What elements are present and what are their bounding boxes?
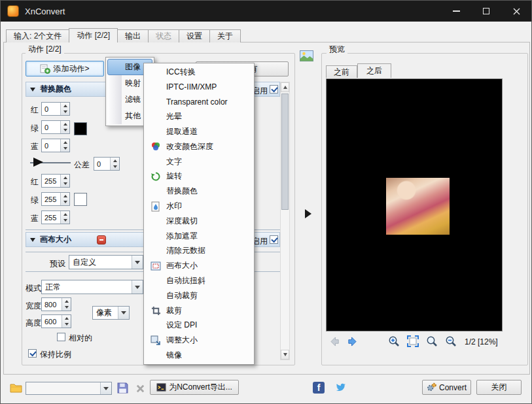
combo-dropdown-button[interactable] [132, 280, 143, 294]
previous-image-button[interactable] [328, 335, 342, 347]
color-swatch-source[interactable] [74, 122, 87, 135]
menu-item-label: 图像 [125, 61, 141, 73]
collapse-icon[interactable] [30, 238, 35, 242]
blue2-spinner[interactable]: 255 [41, 210, 70, 224]
enable-checkbox[interactable] [270, 85, 278, 93]
tab-input[interactable]: 输入: 2个文件 [6, 29, 69, 42]
submenu-item-label: 清除元数据 [166, 245, 205, 256]
script-combobox[interactable] [26, 382, 112, 395]
color-swatch-target[interactable] [74, 193, 87, 206]
green2-spinner[interactable]: 255 [41, 192, 70, 206]
submenu-item-canvas-size[interactable]: 画布大小 [145, 258, 253, 273]
spin-buttons[interactable] [60, 103, 69, 115]
submenu-item-crop[interactable]: 裁剪 [145, 303, 253, 318]
submenu-item-auto-deskew[interactable]: 自动抗扭斜 [145, 273, 253, 288]
red1-spinner[interactable]: 0 [41, 102, 70, 116]
close-button[interactable] [501, 1, 531, 22]
maximize-button[interactable] [471, 1, 501, 22]
submenu-item-replace-color[interactable]: 替换颜色 [145, 184, 253, 199]
zoom-in-button[interactable] [387, 335, 400, 348]
green2-label: 绿 [31, 195, 39, 206]
convert-button[interactable]: Convert [422, 380, 471, 395]
combo-dropdown-button[interactable] [132, 256, 143, 269]
combo-dropdown-button[interactable] [100, 382, 111, 394]
height-spinner[interactable]: 600 [41, 314, 71, 328]
tab-before[interactable]: 之前 [326, 65, 357, 78]
delete-x-icon [135, 384, 145, 394]
tab-actions[interactable]: 动作 [2/2] [69, 28, 118, 42]
twitter-icon[interactable] [333, 381, 347, 394]
unit-combobox[interactable]: 像素 [92, 306, 130, 320]
submenu-item-iptc[interactable]: IPTC-IIM/XMP [145, 80, 253, 95]
submenu-item-transparent-color[interactable]: Transparent color [145, 95, 253, 110]
submenu-item-extract-channel[interactable]: 提取通道 [145, 124, 253, 139]
spin-buttons[interactable] [110, 158, 119, 170]
submenu-item-clean-metadata[interactable]: 清除元数据 [145, 244, 253, 259]
actions-scrollbar[interactable] [280, 82, 290, 360]
spin-buttons[interactable] [60, 193, 69, 205]
tab-about[interactable]: 关于 [209, 29, 241, 42]
facebook-icon[interactable]: f [313, 382, 325, 394]
mode-combobox[interactable]: 正常 [41, 280, 143, 294]
submenu-item-resize[interactable]: 调整大小 [145, 333, 253, 348]
tolerance-spinner[interactable]: 0 [94, 157, 120, 171]
red2-spinner[interactable]: 255 [41, 174, 70, 188]
spin-buttons[interactable] [62, 298, 71, 311]
toggle-preview-button[interactable] [298, 48, 314, 63]
relative-checkbox[interactable] [57, 333, 65, 341]
preset-combobox[interactable]: 自定义 [69, 255, 143, 269]
tab-after[interactable]: 之后 [357, 63, 391, 78]
submenu-item-text[interactable]: 文字 [145, 154, 253, 169]
close-dialog-button[interactable]: 关闭 [476, 380, 522, 395]
tolerance-value: 0 [94, 158, 110, 170]
submenu-item-color-depth[interactable]: 改变颜色深度 [145, 139, 253, 154]
expand-preview-arrow[interactable] [305, 209, 311, 218]
twitter-bird-icon [334, 382, 347, 393]
color-depth-icon [148, 141, 164, 152]
open-folder-button[interactable] [9, 382, 23, 394]
add-action-button[interactable]: 添加动作> [26, 61, 104, 76]
submenu-item-mirror[interactable]: 镜像 [145, 348, 253, 363]
tolerance-slider[interactable] [30, 157, 71, 167]
menu-icon-slot [148, 245, 164, 257]
scroll-up-button[interactable] [281, 82, 289, 92]
submenu-item-glow[interactable]: 光晕 [145, 109, 253, 124]
submenu-item-deep-crop[interactable]: 深度裁切 [145, 214, 253, 229]
minimize-button[interactable] [441, 1, 471, 22]
submenu-item-set-dpi[interactable]: 设定 DPI [145, 318, 253, 333]
submenu-item-auto-crop[interactable]: 自动裁剪 [145, 288, 253, 303]
submenu-item-add-mask[interactable]: 添加遮罩 [145, 229, 253, 244]
submenu-item-watermark[interactable]: 水印 [145, 199, 253, 214]
save-script-button[interactable] [116, 381, 129, 394]
menu-icon-slot [148, 126, 164, 138]
next-image-button[interactable] [345, 335, 358, 347]
keep-ratio-checkbox[interactable] [28, 349, 37, 358]
scroll-down-button[interactable] [281, 350, 289, 360]
preview-viewer[interactable] [326, 78, 503, 331]
remove-action-icon[interactable] [97, 235, 106, 244]
export-nconvert-button[interactable]: 为NConvert导出... [150, 380, 239, 395]
zoom-out-button[interactable] [444, 335, 457, 348]
submenu-item-rotate[interactable]: 旋转 [145, 169, 253, 184]
enable-checkbox[interactable] [270, 235, 278, 244]
scroll-thumb[interactable] [281, 93, 289, 210]
blue1-spinner[interactable]: 0 [41, 139, 70, 152]
combo-dropdown-button[interactable] [118, 307, 129, 319]
green1-spinner[interactable]: 0 [41, 120, 70, 134]
spin-buttons[interactable] [60, 121, 69, 133]
spin-buttons[interactable] [60, 211, 69, 224]
tab-settings[interactable]: 设置 [179, 29, 210, 42]
slider-handle[interactable] [33, 158, 43, 167]
collapse-icon[interactable] [30, 88, 35, 92]
zoom-original-button[interactable] [425, 335, 438, 348]
floppy-icon [117, 382, 128, 394]
spin-buttons[interactable] [60, 139, 69, 152]
tab-output[interactable]: 输出 [117, 29, 149, 42]
mode-value: 正常 [42, 282, 132, 293]
spin-buttons[interactable] [62, 315, 71, 328]
width-spinner[interactable]: 800 [41, 297, 71, 311]
submenu-item-icc[interactable]: ICC转换 [145, 65, 253, 80]
zoom-fit-button[interactable] [406, 335, 419, 348]
spin-buttons[interactable] [60, 175, 69, 187]
delete-script-button[interactable] [134, 382, 146, 394]
